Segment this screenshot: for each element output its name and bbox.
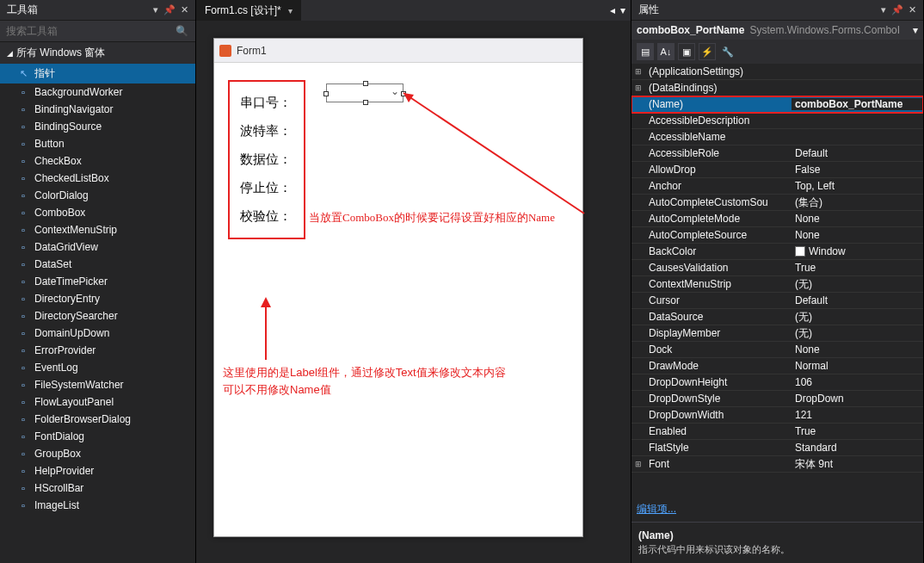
close-icon[interactable]: ✕ <box>909 4 916 15</box>
property-value[interactable]: comboBox_PortName <box>792 98 923 110</box>
property-row[interactable]: DropDownWidth121 <box>631 407 923 424</box>
tab-dropdown-icon[interactable]: ▾ <box>620 4 625 16</box>
toolbox-item-fontdialog[interactable]: ▫FontDialog <box>0 428 195 445</box>
property-value[interactable]: Normal <box>792 360 923 372</box>
toolbox-item-bindingnavigator[interactable]: ▫BindingNavigator <box>0 101 195 118</box>
categorized-button[interactable]: ▤ <box>637 43 654 60</box>
form-label[interactable]: 校验位： <box>235 202 292 231</box>
property-row[interactable]: AutoCompleteCustomSou(集合) <box>631 195 923 211</box>
expand-icon[interactable]: ⊞ <box>631 460 645 468</box>
property-row[interactable]: BackColorWindow <box>631 244 923 260</box>
property-grid[interactable]: ⊞(ApplicationSettings)⊞(DataBindings)(Na… <box>631 64 923 497</box>
chevron-down-icon[interactable]: ▾ <box>913 24 918 36</box>
toolbox-item-flowlayoutpanel[interactable]: ▫FlowLayoutPanel <box>0 393 195 411</box>
alphabetical-button[interactable]: A↓ <box>657 43 675 60</box>
form-label[interactable]: 串口号： <box>235 89 292 117</box>
search-input[interactable] <box>3 22 172 40</box>
property-row[interactable]: DockNone <box>631 342 923 358</box>
form-label[interactable]: 停止位： <box>235 174 292 202</box>
properties-button[interactable]: ▣ <box>678 43 695 60</box>
pin-icon[interactable]: 📌 <box>163 4 176 15</box>
property-row[interactable]: DataSource(无) <box>631 309 923 325</box>
combobox-portname[interactable] <box>326 84 403 102</box>
toolbox-item-bindingsource[interactable]: ▫BindingSource <box>0 118 195 135</box>
toolbox-item-checkbox[interactable]: ▫CheckBox <box>0 152 195 170</box>
search-icon[interactable]: 🔍 <box>172 25 192 37</box>
property-row[interactable]: AccessibleName <box>631 129 923 145</box>
toolbox-item-datagridview[interactable]: ▫DataGridView <box>0 238 195 256</box>
toolbox-item-directoryentry[interactable]: ▫DirectoryEntry <box>0 290 195 307</box>
toolbox-item-datetimepicker[interactable]: ▫DateTimePicker <box>0 273 195 290</box>
property-value[interactable]: Standard <box>792 442 923 454</box>
property-value[interactable]: Top, Left <box>792 180 923 192</box>
toolbox-item-指针[interactable]: ↖指针 <box>0 64 195 84</box>
property-row[interactable]: DisplayMember(无) <box>631 325 923 342</box>
toolbox-item-dataset[interactable]: ▫DataSet <box>0 256 195 273</box>
property-row[interactable]: AccessibleDescription <box>631 113 923 129</box>
toolbox-item-combobox[interactable]: ▫ComboBox <box>0 204 195 221</box>
toolbox-item-folderbrowserdialog[interactable]: ▫FolderBrowserDialog <box>0 411 195 428</box>
property-row[interactable]: EnabledTrue <box>631 424 923 440</box>
form-window[interactable]: Form1 串口号：波特率：数据位：停止位：校验位： 当放置ComboBox的时… <box>213 38 583 537</box>
design-surface[interactable]: Form1 串口号：波特率：数据位：停止位：校验位： 当放置ComboBox的时… <box>196 21 631 563</box>
property-value[interactable]: Default <box>792 294 923 306</box>
property-value[interactable]: None <box>792 229 923 241</box>
property-row[interactable]: (Name)comboBox_PortName <box>631 96 923 113</box>
property-row[interactable]: AutoCompleteModeNone <box>631 211 923 227</box>
property-row[interactable]: AccessibleRoleDefault <box>631 145 923 162</box>
property-value[interactable]: Window <box>792 245 923 257</box>
property-row[interactable]: ⊞(DataBindings) <box>631 80 923 96</box>
toolbox-item-backgroundworker[interactable]: ▫BackgroundWorker <box>0 84 195 101</box>
property-row[interactable]: CausesValidationTrue <box>631 260 923 276</box>
tab-scroll-icon[interactable]: ◂ <box>610 4 615 16</box>
property-row[interactable]: DropDownStyleDropDown <box>631 391 923 407</box>
form-label[interactable]: 波特率： <box>235 117 292 145</box>
property-value[interactable]: None <box>792 213 923 225</box>
toolbox-item-button[interactable]: ▫Button <box>0 135 195 152</box>
property-row[interactable]: FlatStyleStandard <box>631 440 923 456</box>
toolbox-category[interactable]: ◢ 所有 Windows 窗体 <box>0 42 195 64</box>
toolbox-item-domainupdown[interactable]: ▫DomainUpDown <box>0 325 195 342</box>
pin-icon[interactable]: 📌 <box>891 4 903 15</box>
property-value[interactable]: DropDown <box>792 393 923 405</box>
toolbox-item-groupbox[interactable]: ▫GroupBox <box>0 445 195 462</box>
tab-form1[interactable]: Form1.cs [设计]* ▾ <box>196 0 301 22</box>
property-value[interactable]: (无) <box>792 277 923 292</box>
dropdown-icon[interactable]: ▾ <box>153 4 158 15</box>
property-value[interactable]: None <box>792 343 923 356</box>
property-row[interactable]: ⊞(ApplicationSettings) <box>631 64 923 80</box>
toolbox-item-contextmenustrip[interactable]: ▫ContextMenuStrip <box>0 221 195 238</box>
property-row[interactable]: DropDownHeight106 <box>631 374 923 391</box>
property-value[interactable]: Default <box>792 147 923 159</box>
object-selector[interactable]: comboBox_PortName System.Windows.Forms.C… <box>631 21 923 40</box>
property-row[interactable]: AllowDropFalse <box>631 162 923 178</box>
property-value[interactable]: True <box>792 425 923 437</box>
property-value[interactable]: 121 <box>792 409 923 421</box>
property-pages-button[interactable]: 🔧 <box>719 43 736 60</box>
toolbox-item-imagelist[interactable]: ▫ImageList <box>0 497 195 514</box>
property-value[interactable]: False <box>792 164 923 176</box>
property-value[interactable]: True <box>792 262 923 274</box>
toolbox-item-eventlog[interactable]: ▫EventLog <box>0 359 195 376</box>
form-label[interactable]: 数据位： <box>235 145 292 174</box>
toolbox-item-colordialog[interactable]: ▫ColorDialog <box>0 187 195 204</box>
property-row[interactable]: DrawModeNormal <box>631 358 923 374</box>
toolbox-item-errorprovider[interactable]: ▫ErrorProvider <box>0 342 195 359</box>
toolbox-item-filesystemwatcher[interactable]: ▫FileSystemWatcher <box>0 376 195 393</box>
toolbox-item-directorysearcher[interactable]: ▫DirectorySearcher <box>0 307 195 325</box>
tab-menu-icon[interactable]: ▾ <box>288 6 293 15</box>
property-value[interactable]: 106 <box>792 376 923 388</box>
toolbox-item-hscrollbar[interactable]: ▫HScrollBar <box>0 479 195 497</box>
edit-items-link[interactable]: 编辑项... <box>637 503 676 515</box>
property-row[interactable]: CursorDefault <box>631 293 923 309</box>
property-value[interactable]: (无) <box>792 310 923 325</box>
property-row[interactable]: ⊞Font宋体 9nt <box>631 456 923 473</box>
property-value[interactable]: 宋体 9nt <box>792 457 923 472</box>
expand-icon[interactable]: ⊞ <box>631 67 645 76</box>
toolbox-item-checkedlistbox[interactable]: ▫CheckedListBox <box>0 170 195 187</box>
property-row[interactable]: AutoCompleteSourceNone <box>631 227 923 244</box>
toolbox-item-helpprovider[interactable]: ▫HelpProvider <box>0 462 195 479</box>
property-row[interactable]: ContextMenuStrip(无) <box>631 276 923 293</box>
property-value[interactable]: (集合) <box>792 195 923 210</box>
close-icon[interactable]: ✕ <box>181 4 188 15</box>
